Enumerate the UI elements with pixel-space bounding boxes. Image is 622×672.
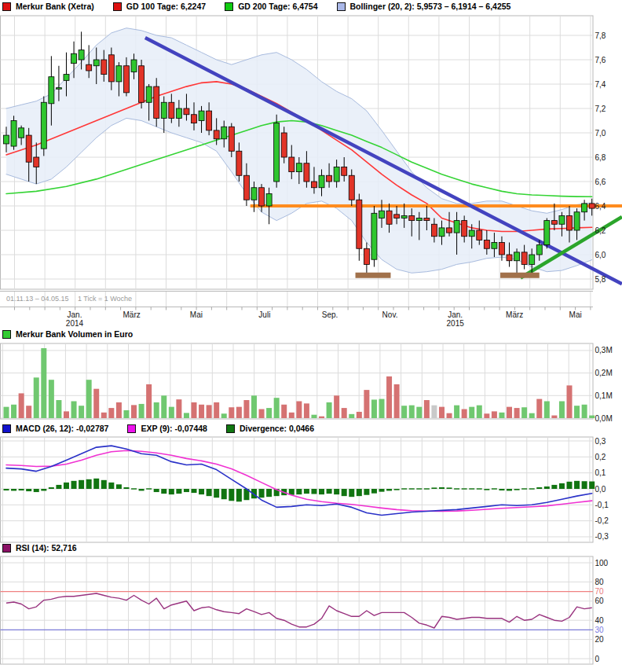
stock-chart-page: 7,87,67,47,27,06,86,66,46,26,05,8Jan.201… xyxy=(0,0,622,672)
legend-item-symbol: Merkur Bank (Xetra) xyxy=(2,2,94,11)
svg-text:Jan.: Jan. xyxy=(448,310,463,319)
price-legend: Merkur Bank (Xetra) GD 100 Tage: 6,2247 … xyxy=(2,1,529,12)
svg-text:0,3M: 0,3M xyxy=(595,346,613,354)
svg-text:-0,3: -0,3 xyxy=(595,532,609,541)
legend-item-exp: EXP (9): -0,07448 xyxy=(127,424,207,433)
date-range-label: 01.11.13 – 04.05.15 xyxy=(6,295,68,303)
volume-panel: 0,3M0,2M0,1M0,0M xyxy=(1,343,613,423)
legend-item-macd: MACD (26, 12): -0,02787 xyxy=(2,424,108,433)
svg-text:7,6: 7,6 xyxy=(595,56,606,64)
svg-text:7,2: 7,2 xyxy=(595,105,606,113)
svg-text:30: 30 xyxy=(595,626,605,634)
svg-text:Sep.: Sep. xyxy=(322,310,338,319)
gd100-label: GD 100 Tage: 6,2247 xyxy=(126,2,206,11)
divergence-swatch-icon xyxy=(226,424,235,433)
svg-text:5,8: 5,8 xyxy=(595,275,606,284)
price-panel: 7,87,67,47,27,06,86,66,46,26,05,8Jan.201… xyxy=(0,16,622,328)
svg-text:Nov.: Nov. xyxy=(382,310,398,319)
svg-text:0,0: 0,0 xyxy=(595,485,606,494)
divergence-label: Divergence: 0,0466 xyxy=(240,424,314,433)
legend-item-divergence: Divergence: 0,0466 xyxy=(226,424,314,433)
gd200-label: GD 200 Tage: 6,4754 xyxy=(238,2,317,11)
macd-swatch-icon xyxy=(2,424,11,433)
legend-item-gd200: GD 200 Tage: 6,4754 xyxy=(225,2,317,11)
svg-text:40: 40 xyxy=(595,616,605,625)
rsi-panel: 1008070604030200 xyxy=(1,556,609,664)
date-range-strip: 01.11.13 – 04.05.15 1 Tick = 1 Woche xyxy=(0,292,622,307)
svg-text:70: 70 xyxy=(595,587,605,596)
svg-text:6,4: 6,4 xyxy=(595,202,606,211)
rsi-label: RSI (14): 52,716 xyxy=(16,543,77,553)
volume-legend: Merkur Bank Volumen in Euro xyxy=(2,329,152,340)
svg-text:2014: 2014 xyxy=(66,319,84,328)
svg-text:0,2: 0,2 xyxy=(595,453,606,461)
svg-text:7,0: 7,0 xyxy=(595,129,606,138)
symbol-label: Merkur Bank (Xetra) xyxy=(16,2,94,11)
svg-text:7,4: 7,4 xyxy=(595,80,606,89)
legend-item-bollinger: Bollinger (20, 2): 5,9573 – 6,1914 – 6,4… xyxy=(337,2,511,11)
svg-text:Jan.: Jan. xyxy=(68,310,82,319)
svg-text:20: 20 xyxy=(595,635,605,644)
svg-text:6,2: 6,2 xyxy=(595,226,606,235)
rsi-legend: RSI (14): 52,716 xyxy=(2,542,96,553)
macd-label: MACD (26, 12): -0,02787 xyxy=(16,424,108,433)
svg-text:2015: 2015 xyxy=(447,319,465,328)
svg-text:-0,1: -0,1 xyxy=(595,501,609,509)
exp-label: EXP (9): -0,07448 xyxy=(141,424,207,433)
symbol-swatch-icon xyxy=(2,2,11,11)
svg-text:-0,2: -0,2 xyxy=(595,516,609,525)
macd-panel: 0,30,20,10,0-0,1-0,2-0,3 xyxy=(1,437,609,542)
svg-text:0,2M: 0,2M xyxy=(595,369,613,377)
legend-item-gd100: GD 100 Tage: 6,2247 xyxy=(113,2,206,11)
rsi-swatch-icon xyxy=(2,544,11,553)
svg-text:0,0M: 0,0M xyxy=(595,414,613,423)
svg-text:100: 100 xyxy=(595,559,609,567)
svg-text:7,8: 7,8 xyxy=(595,31,606,40)
volume-label: Merkur Bank Volumen in Euro xyxy=(16,329,133,339)
svg-text:60: 60 xyxy=(595,597,605,605)
svg-text:6,0: 6,0 xyxy=(595,251,606,259)
svg-text:Mai: Mai xyxy=(569,310,582,319)
svg-text:6,8: 6,8 xyxy=(595,153,606,162)
legend-item-volume: Merkur Bank Volumen in Euro xyxy=(2,329,133,339)
svg-text:0: 0 xyxy=(595,655,600,663)
volume-swatch-icon xyxy=(2,330,11,339)
macd-legend: MACD (26, 12): -0,02787 EXP (9): -0,0744… xyxy=(2,423,333,434)
svg-text:80: 80 xyxy=(595,578,605,586)
bollinger-swatch-icon xyxy=(337,2,346,11)
legend-item-rsi: RSI (14): 52,716 xyxy=(2,543,77,553)
svg-text:März: März xyxy=(506,310,523,319)
svg-text:6,6: 6,6 xyxy=(595,178,606,186)
exp-swatch-icon xyxy=(127,424,136,433)
svg-text:März: März xyxy=(123,310,141,319)
svg-text:0,3: 0,3 xyxy=(595,437,606,446)
svg-text:0,1M: 0,1M xyxy=(595,391,613,400)
gd200-swatch-icon xyxy=(225,2,233,11)
svg-text:Mai: Mai xyxy=(190,310,203,319)
bollinger-label: Bollinger (20, 2): 5,9573 – 6,1914 – 6,4… xyxy=(350,2,511,11)
svg-text:Juli: Juli xyxy=(258,310,270,319)
svg-text:0,1: 0,1 xyxy=(595,468,606,477)
gd100-swatch-icon xyxy=(113,2,122,11)
tick-scale-label: 1 Tick = 1 Woche xyxy=(78,295,132,303)
